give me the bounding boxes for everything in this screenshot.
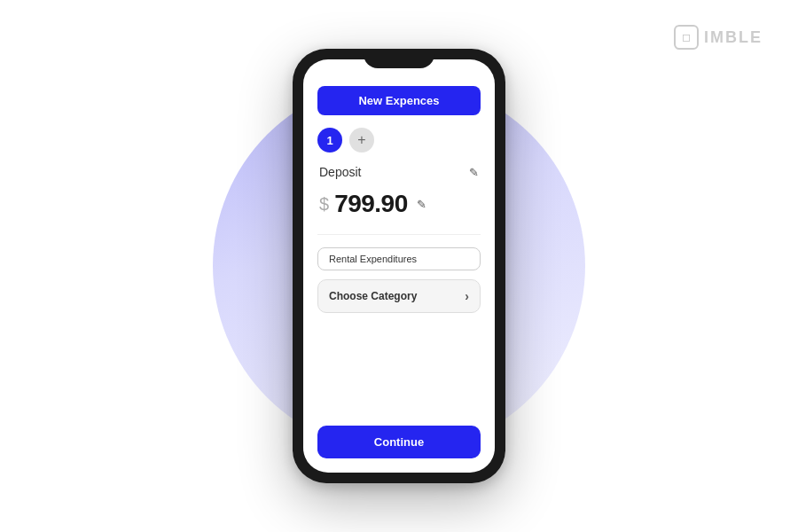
page-container: ◻ IMBLE New Expences 1 + Deposit ✎ $ 799… (0, 0, 798, 532)
choose-category-label: Choose Category (329, 290, 417, 302)
divider (317, 234, 481, 235)
chevron-right-icon: › (465, 289, 469, 303)
currency-symbol: $ (319, 194, 329, 215)
add-badge-button[interactable]: + (349, 128, 374, 153)
rental-tag[interactable]: Rental Expenditures (317, 247, 481, 270)
choose-category-button[interactable]: Choose Category › (317, 279, 481, 313)
phone-notch (364, 49, 434, 68)
badges-row: 1 + (317, 128, 481, 153)
phone-frame: New Expences 1 + Deposit ✎ $ 799.90 ✎ Re… (293, 49, 505, 483)
deposit-label: Deposit (319, 165, 361, 179)
new-expenses-button[interactable]: New Expences (317, 86, 481, 115)
logo-icon: ◻ (674, 25, 699, 50)
amount-row: $ 799.90 ✎ (317, 190, 481, 218)
logo: ◻ IMBLE (674, 25, 763, 50)
continue-button[interactable]: Continue (317, 426, 481, 458)
amount-edit-icon[interactable]: ✎ (417, 198, 426, 211)
step-badge: 1 (317, 128, 342, 153)
deposit-row: Deposit ✎ (317, 165, 481, 179)
spacer (317, 329, 481, 426)
deposit-edit-icon[interactable]: ✎ (469, 166, 479, 179)
amount-value: 799.90 (334, 190, 408, 218)
logo-text: IMBLE (704, 28, 763, 47)
phone-screen: New Expences 1 + Deposit ✎ $ 799.90 ✎ Re… (303, 59, 495, 473)
